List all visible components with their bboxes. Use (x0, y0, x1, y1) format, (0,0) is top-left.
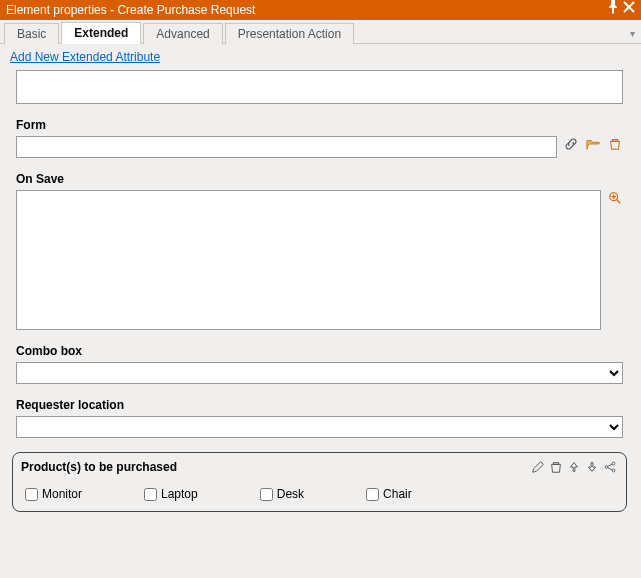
tab-basic[interactable]: Basic (4, 23, 59, 44)
product-checkbox-chair[interactable] (366, 488, 379, 501)
tab-overflow-caret[interactable]: ▾ (623, 28, 641, 43)
zoom-icon[interactable] (607, 190, 623, 206)
product-label: Monitor (42, 487, 82, 501)
product-option-desk[interactable]: Desk (260, 487, 304, 501)
form-input[interactable] (16, 136, 557, 158)
product-option-chair[interactable]: Chair (366, 487, 412, 501)
tab-strip: Basic Extended Advanced Presentation Act… (0, 20, 641, 44)
link-icon[interactable] (563, 136, 579, 152)
panel-body: Add New Extended Attribute Form (0, 44, 641, 578)
properties-scroll[interactable]: Form On Save (10, 70, 631, 550)
onsave-textarea[interactable] (16, 190, 601, 330)
product-label: Chair (383, 487, 412, 501)
product-label: Desk (277, 487, 304, 501)
products-title: Product(s) to be purchased (21, 460, 530, 474)
combo-label: Combo box (16, 344, 623, 358)
edit-icon[interactable] (530, 459, 546, 475)
product-checkbox-desk[interactable] (260, 488, 273, 501)
pin-icon[interactable] (605, 0, 621, 21)
svg-point-1 (612, 462, 615, 465)
requester-location-label: Requester location (16, 398, 623, 412)
tab-advanced[interactable]: Advanced (143, 23, 222, 44)
window-title: Element properties - Create Purchase Req… (6, 0, 605, 20)
products-panel: Product(s) to be purchased (12, 452, 627, 512)
svg-point-3 (612, 469, 615, 472)
title-bar: Element properties - Create Purchase Req… (0, 0, 641, 20)
tab-extended[interactable]: Extended (61, 22, 141, 44)
product-checkbox-laptop[interactable] (144, 488, 157, 501)
tab-presentation-action[interactable]: Presentation Action (225, 23, 354, 44)
arrow-down-icon[interactable] (584, 459, 600, 475)
svg-point-2 (605, 466, 608, 469)
share-icon[interactable] (602, 459, 618, 475)
delete-icon[interactable] (548, 459, 564, 475)
onsave-label: On Save (16, 172, 623, 186)
product-checkbox-monitor[interactable] (25, 488, 38, 501)
add-extended-attribute-link[interactable]: Add New Extended Attribute (10, 50, 160, 64)
close-icon[interactable] (621, 0, 637, 21)
product-option-laptop[interactable]: Laptop (144, 487, 198, 501)
form-label: Form (16, 118, 623, 132)
prev-field-textarea[interactable] (16, 70, 623, 104)
delete-icon[interactable] (607, 136, 623, 152)
product-option-monitor[interactable]: Monitor (25, 487, 82, 501)
product-label: Laptop (161, 487, 198, 501)
arrow-up-icon[interactable] (566, 459, 582, 475)
folder-open-icon[interactable] (585, 136, 601, 152)
requester-location-select[interactable] (16, 416, 623, 438)
combo-select[interactable] (16, 362, 623, 384)
